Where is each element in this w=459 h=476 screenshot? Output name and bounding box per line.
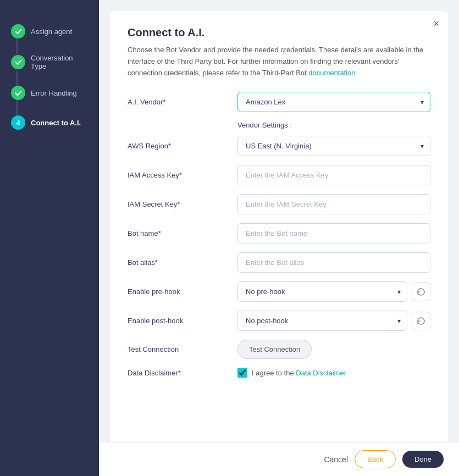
bot-alias-label: Bot alias* (128, 258, 237, 267)
aws-region-select-wrapper: US East (N. Virginia) ▾ (237, 136, 430, 156)
vendor-settings-row: Vendor Settings : (128, 121, 430, 129)
aws-region-label: AWS Region* (128, 142, 237, 150)
cancel-button[interactable]: Cancel (324, 455, 348, 464)
sidebar-item-conversation-type[interactable]: Conversation Type (0, 46, 99, 78)
test-connection-row: Test Connection Test Connection (128, 340, 430, 359)
iam-secret-key-row: IAM Secret Key* (128, 194, 430, 214)
main-content: × Connect to A.I. Choose the Bot Vendor … (99, 0, 459, 476)
post-hook-select-wrapper: No post-hook ▾ (237, 311, 407, 331)
done-button[interactable]: Done (402, 451, 444, 468)
bot-name-row: Bot name* (128, 223, 430, 243)
disclaimer-link[interactable]: Data Disclaimer (296, 369, 346, 377)
bot-name-control (237, 223, 430, 243)
disclaimer-row: Data Disclaimer* I agree to the Data Dis… (128, 368, 430, 378)
sidebar-item-error-handling[interactable]: Error Handling (0, 78, 99, 108)
post-hook-refresh-button[interactable] (412, 312, 430, 330)
post-hook-label: Enable post-hook (128, 317, 237, 325)
bot-alias-row: Bot alias* (128, 252, 430, 273)
bot-alias-control (237, 252, 430, 273)
pre-hook-row: Enable pre-hook No pre-hook ▾ (128, 281, 430, 302)
sidebar-label-assign-agent: Assign agent (31, 27, 72, 36)
test-connection-label: Test Connection (128, 345, 237, 353)
sidebar-label-connect-ai: Connect to A.I. (31, 119, 81, 127)
modal: × Connect to A.I. Choose the Bot Vendor … (110, 11, 448, 443)
iam-secret-key-input[interactable] (237, 194, 430, 214)
sidebar-item-assign-agent[interactable]: Assign agent (0, 16, 99, 46)
pre-hook-select-wrapper: No pre-hook ▾ (237, 281, 407, 302)
post-hook-select[interactable]: No post-hook (237, 311, 407, 331)
aws-region-select[interactable]: US East (N. Virginia) (237, 136, 430, 156)
bot-name-label: Bot name* (128, 229, 237, 237)
iam-access-key-label: IAM Access Key* (128, 171, 237, 179)
step-icon-error-handling (11, 86, 25, 100)
sidebar: Assign agent Conversation Type Error Han… (0, 0, 99, 476)
iam-access-key-row: IAM Access Key* (128, 165, 430, 185)
vendor-select[interactable]: Amazon Lex (237, 92, 430, 112)
sidebar-item-connect-ai[interactable]: 4 Connect to A.I. (0, 108, 99, 137)
documentation-link[interactable]: documentation (308, 69, 355, 77)
sidebar-label-conversation-type: Conversation Type (31, 54, 88, 70)
vendor-settings-text: Vendor Settings : (237, 121, 430, 129)
disclaimer-checkbox[interactable] (237, 368, 247, 378)
back-button[interactable]: Back (355, 450, 396, 468)
iam-access-key-control (237, 165, 430, 185)
modal-title: Connect to A.I. (128, 26, 430, 39)
disclaimer-text: I agree to the Data Disclaimer (252, 369, 346, 377)
pre-hook-select[interactable]: No pre-hook (237, 281, 407, 302)
step-icon-assign-agent (11, 24, 25, 38)
modal-description: Choose the Bot Vendor and provide the ne… (128, 45, 430, 79)
pre-hook-label: Enable pre-hook (128, 287, 237, 296)
aws-region-row: AWS Region* US East (N. Virginia) ▾ (128, 136, 430, 156)
vendor-row: A.I. Vendor* Amazon Lex ▾ (128, 92, 430, 112)
test-connection-control: Test Connection (237, 340, 430, 359)
test-connection-button[interactable]: Test Connection (237, 340, 312, 359)
step-icon-conversation-type (11, 55, 25, 69)
iam-secret-key-control (237, 194, 430, 214)
close-button[interactable]: × (433, 19, 439, 29)
iam-access-key-input[interactable] (237, 165, 430, 185)
disclaimer-control: I agree to the Data Disclaimer (237, 368, 346, 378)
modal-footer: Cancel Back Done (99, 442, 459, 476)
pre-hook-refresh-button[interactable] (412, 283, 430, 301)
post-hook-control: No post-hook ▾ (237, 311, 430, 331)
sidebar-label-error-handling: Error Handling (31, 89, 77, 97)
bot-name-input[interactable] (237, 223, 430, 243)
post-hook-row: Enable post-hook No post-hook ▾ (128, 311, 430, 331)
bot-alias-input[interactable] (237, 252, 430, 273)
step-icon-connect-ai: 4 (11, 115, 25, 130)
disclaimer-label: Data Disclaimer* (128, 369, 237, 377)
vendor-select-wrapper: Amazon Lex ▾ (237, 92, 430, 112)
pre-hook-control: No pre-hook ▾ (237, 281, 430, 302)
vendor-label: A.I. Vendor* (128, 98, 237, 106)
iam-secret-key-label: IAM Secret Key* (128, 200, 237, 208)
